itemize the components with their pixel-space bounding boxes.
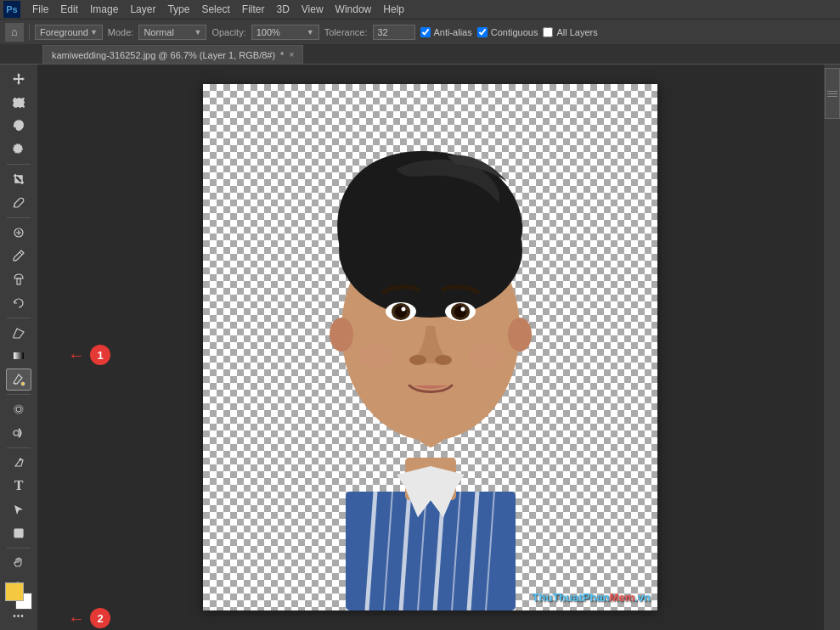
menu-edit[interactable]: Edit (55, 2, 83, 17)
mode-arrow: ▼ (194, 28, 201, 37)
annotation-1: ← 1 (68, 345, 110, 365)
svg-point-9 (20, 458, 22, 460)
tool-history-brush[interactable] (6, 292, 31, 314)
annotation-2: ← 2 (68, 608, 110, 628)
tool-paint-bucket[interactable] (6, 368, 31, 391)
tolerance-label: Tolerance: (324, 27, 368, 37)
svg-rect-10 (14, 529, 23, 537)
tolerance-value: 32 (378, 27, 388, 37)
tool-eraser[interactable] (6, 322, 31, 344)
main-area: T ••• (0, 65, 840, 630)
tool-shape[interactable] (6, 522, 31, 544)
annotation-circle-2: 2 (90, 608, 110, 628)
opacity-arrow: ▼ (307, 28, 314, 37)
svg-point-34 (460, 307, 465, 312)
annotation-arrow-2: ← (68, 609, 85, 628)
tool-dodge[interactable] (6, 422, 31, 444)
tool-separator-2 (7, 217, 31, 218)
svg-point-25 (330, 318, 353, 352)
tool-move[interactable] (6, 68, 31, 90)
opacity-label: Opacity: (211, 27, 245, 37)
tool-selector[interactable]: Foreground ▼ (35, 25, 103, 40)
anti-alias-label: Anti-alias (434, 27, 472, 37)
svg-point-1 (14, 144, 22, 153)
svg-point-36 (435, 355, 452, 365)
tool-separator-1 (7, 164, 31, 165)
tool-separator-4 (7, 394, 31, 395)
svg-rect-0 (14, 98, 24, 107)
menu-view[interactable]: View (296, 2, 329, 17)
all-layers-checkbox[interactable] (543, 27, 553, 37)
tool-marquee[interactable] (6, 92, 31, 114)
tool-blur[interactable] (6, 398, 31, 420)
menu-bar: Ps File Edit Image Layer Type Select Fil… (0, 0, 840, 19)
right-panel (823, 65, 840, 630)
menu-type[interactable]: Type (162, 2, 194, 17)
svg-point-35 (409, 355, 426, 365)
menu-filter[interactable]: Filter (237, 2, 270, 17)
options-toolbar: ⌂ Foreground ▼ Mode: Normal ▼ Opacity: 1… (0, 19, 840, 44)
menu-3d[interactable]: 3D (271, 2, 294, 17)
tool-lasso[interactable] (6, 115, 31, 138)
mode-label: Mode: (108, 27, 134, 37)
svg-rect-4 (14, 352, 24, 359)
svg-point-38 (469, 343, 503, 368)
tab-close-button[interactable]: × (289, 50, 294, 59)
tool-eyedropper[interactable] (6, 192, 31, 214)
menu-window[interactable]: Window (330, 2, 377, 17)
tool-brush[interactable] (6, 245, 31, 267)
mode-dropdown[interactable]: Normal ▼ (138, 25, 206, 40)
color-boxes (5, 582, 36, 613)
tool-type[interactable]: T (6, 475, 31, 498)
home-button[interactable]: ⌂ (5, 23, 24, 42)
tool-heal[interactable] (6, 222, 31, 244)
tab-modified: * (280, 50, 284, 60)
svg-point-30 (401, 307, 405, 312)
tool-stamp[interactable] (6, 268, 31, 290)
tool-crop[interactable] (6, 168, 31, 190)
menu-help[interactable]: Help (378, 2, 409, 17)
tool-gradient[interactable] (6, 346, 31, 368)
canvas-wrapper: ThuThuatPhanMem.vn (203, 84, 657, 610)
portrait-svg (278, 84, 583, 610)
svg-point-8 (14, 430, 19, 436)
svg-point-33 (454, 306, 466, 318)
canvas-background[interactable]: ThuThuatPhanMem.vn (203, 84, 657, 610)
opacity-dropdown[interactable]: 100% ▼ (251, 25, 319, 40)
contiguous-checkbox[interactable] (477, 27, 488, 37)
all-layers-label: All Layers (556, 27, 597, 37)
contiguous-group: Contiguous (477, 27, 538, 37)
mode-value: Normal (144, 27, 173, 37)
tool-separator-6 (7, 548, 31, 548)
ps-logo: Ps (3, 1, 20, 18)
tool-name: Foreground (40, 27, 88, 37)
tool-quick-select[interactable] (6, 138, 31, 160)
tool-pen[interactable] (6, 452, 31, 474)
svg-point-5 (21, 382, 25, 385)
canvas-area: ← 1 ← 2 (37, 65, 823, 630)
anti-alias-checkbox[interactable] (420, 27, 431, 37)
tool-arrow: ▼ (90, 28, 98, 37)
tolerance-input[interactable]: 32 (373, 25, 415, 40)
tool-hand[interactable] (6, 552, 31, 574)
anti-alias-group: Anti-alias (420, 27, 472, 37)
tool-path-select[interactable] (6, 498, 31, 520)
left-toolbar: T ••• (0, 65, 37, 630)
person-container (203, 84, 657, 610)
menu-select[interactable]: Select (196, 2, 234, 17)
svg-point-37 (358, 343, 392, 368)
contiguous-label: Contiguous (491, 27, 538, 37)
svg-point-26 (508, 318, 532, 352)
right-panel-controls[interactable] (825, 68, 840, 119)
document-tab[interactable]: kamiwedding-316252.jpg @ 66.7% (Layer 1,… (42, 45, 303, 64)
menu-image[interactable]: Image (85, 2, 123, 17)
toolbar-divider-1 (29, 24, 30, 41)
tab-filename: kamiwedding-316252.jpg @ 66.7% (Layer 1,… (52, 50, 275, 60)
svg-rect-3 (17, 278, 20, 284)
svg-point-7 (16, 407, 21, 412)
foreground-color-box[interactable] (5, 582, 24, 601)
annotation-arrow-1: ← (68, 346, 85, 365)
menu-layer[interactable]: Layer (125, 2, 161, 17)
menu-file[interactable]: File (27, 2, 54, 17)
tool-separator-3 (7, 318, 31, 318)
